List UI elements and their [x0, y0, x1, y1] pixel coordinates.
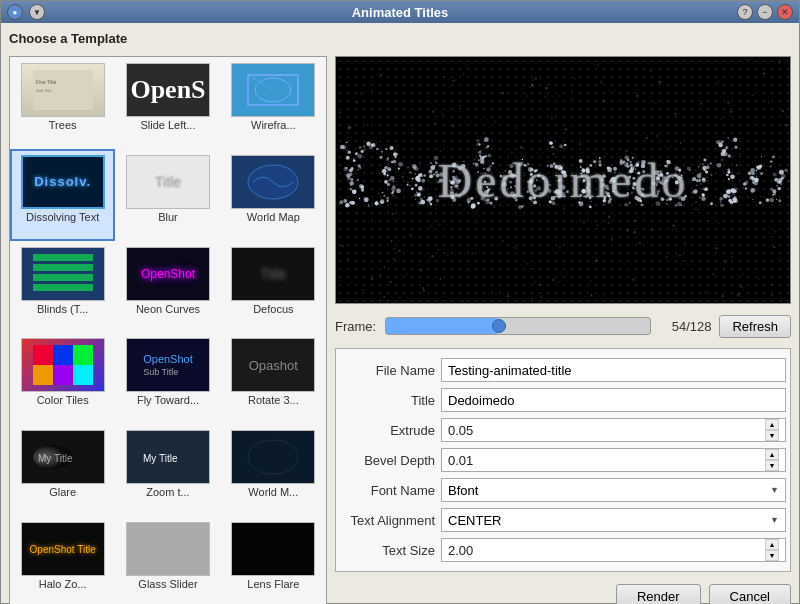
template-item-rotate3[interactable]: OpashotRotate 3...	[221, 332, 326, 424]
titlebar: ● ▼ Animated Titles ? − ✕	[1, 1, 799, 23]
template-thumb-trees: Fine TitleSub Title	[21, 63, 105, 117]
template-item-halozo[interactable]: OpenShot TitleHalo Zo...	[10, 516, 115, 604]
preview-area: Dedoimedo	[335, 56, 791, 304]
extrude-arrows: ▲ ▼	[765, 419, 779, 441]
template-thumb-blinds	[21, 247, 105, 301]
extrude-value: 0.05	[448, 423, 473, 438]
template-item-slideleft[interactable]: OpenSSlide Left...	[115, 57, 220, 149]
svg-text:My Title: My Title	[38, 453, 73, 464]
template-item-glassslider[interactable]: Glass Slider	[115, 516, 220, 604]
bevel-depth-label: Bevel Depth	[340, 453, 435, 468]
template-panel: Fine TitleSub TitleTreesOpenSSlide Left.…	[9, 56, 327, 604]
extrude-spinner: 0.05 ▲ ▼	[441, 418, 786, 442]
template-item-worldmap[interactable]: World Map	[221, 149, 326, 241]
preview-text: Dedoimedo	[438, 153, 689, 208]
template-thumb-rotate3: Opashot	[231, 338, 315, 392]
template-name-halozo: Halo Zo...	[18, 578, 108, 590]
template-item-neon[interactable]: OpenShotNeon Curves	[115, 241, 220, 333]
file-name-input[interactable]	[441, 358, 786, 382]
svg-text:Sub Title: Sub Title	[36, 88, 52, 93]
template-name-rotate3: Rotate 3...	[228, 394, 318, 406]
svg-rect-12	[53, 345, 73, 365]
title-row: Title	[340, 387, 786, 413]
template-thumb-defocus: Title	[231, 247, 315, 301]
titlebar-title: Animated Titles	[1, 5, 799, 20]
extrude-row: Extrude 0.05 ▲ ▼	[340, 417, 786, 443]
text-size-spinner: 2.00 ▲ ▼	[441, 538, 786, 562]
template-item-colortiles[interactable]: Color Tiles	[10, 332, 115, 424]
svg-rect-7	[33, 254, 93, 261]
svg-rect-13	[73, 345, 93, 365]
extrude-up[interactable]: ▲	[765, 419, 779, 430]
template-item-blinds[interactable]: Blinds (T...	[10, 241, 115, 333]
template-item-flytoward[interactable]: OpenShotSub TitleFly Toward...	[115, 332, 220, 424]
svg-rect-10	[33, 284, 93, 291]
template-item-defocus[interactable]: TitleDefocus	[221, 241, 326, 333]
refresh-button[interactable]: Refresh	[719, 315, 791, 338]
titlebar-left: ● ▼	[7, 4, 45, 20]
text-size-label: Text Size	[340, 543, 435, 558]
svg-rect-9	[33, 274, 93, 281]
title-label: Title	[340, 393, 435, 408]
svg-rect-8	[33, 264, 93, 271]
bevel-depth-down[interactable]: ▼	[765, 460, 779, 471]
template-item-lensflare[interactable]: Lens Flare	[221, 516, 326, 604]
right-panel: Dedoimedo Frame: 54/128 Refresh File Nam…	[335, 56, 791, 604]
text-size-up[interactable]: ▲	[765, 539, 779, 550]
template-item-dissolving[interactable]: Dissolv.Dissolving Text	[10, 149, 115, 241]
template-thumb-halozo: OpenShot Title	[21, 522, 105, 576]
template-item-wireframe[interactable]: Wirefra...	[221, 57, 326, 149]
template-name-slideleft: Slide Left...	[123, 119, 213, 131]
template-name-worldmap: World Map	[228, 211, 318, 223]
template-item-blur[interactable]: TitleBlur	[115, 149, 220, 241]
template-item-trees[interactable]: Fine TitleSub TitleTrees	[10, 57, 115, 149]
template-item-glare[interactable]: My TitleGlare	[10, 424, 115, 516]
font-name-label: Font Name	[340, 483, 435, 498]
template-name-defocus: Defocus	[228, 303, 318, 315]
bevel-depth-up[interactable]: ▲	[765, 449, 779, 460]
template-thumb-colortiles	[21, 338, 105, 392]
template-thumb-flytoward: OpenShotSub Title	[126, 338, 210, 392]
font-name-arrow: ▼	[770, 485, 779, 495]
text-alignment-arrow: ▼	[770, 515, 779, 525]
frame-count: 54/128	[659, 319, 711, 334]
svg-text:My Title: My Title	[143, 453, 178, 464]
font-name-select[interactable]: Bfont ▼	[441, 478, 786, 502]
template-thumb-glassslider	[126, 522, 210, 576]
svg-rect-16	[73, 365, 93, 385]
text-alignment-row: Text Alignment CENTER ▼	[340, 507, 786, 533]
extrude-label: Extrude	[340, 423, 435, 438]
template-thumb-blur: Title	[126, 155, 210, 209]
extrude-down[interactable]: ▼	[765, 430, 779, 441]
frame-label: Frame:	[335, 319, 377, 334]
bevel-depth-value: 0.01	[448, 453, 473, 468]
template-item-worldm[interactable]: World M...	[221, 424, 326, 516]
choose-label: Choose a Template	[9, 31, 791, 46]
render-button[interactable]: Render	[616, 584, 701, 604]
title-input[interactable]	[441, 388, 786, 412]
template-thumb-worldmap	[231, 155, 315, 209]
template-item-zoomt[interactable]: My TitleZoom t...	[115, 424, 220, 516]
template-name-flytoward: Fly Toward...	[123, 394, 213, 406]
file-name-row: File Name	[340, 357, 786, 383]
cancel-button[interactable]: Cancel	[709, 584, 791, 604]
frame-slider[interactable]	[385, 317, 651, 335]
help-button[interactable]: ?	[737, 4, 753, 20]
template-thumb-dissolving: Dissolv.	[21, 155, 105, 209]
template-thumb-glare: My Title	[21, 430, 105, 484]
svg-line-5	[248, 75, 273, 90]
menu-icon: ▼	[29, 4, 45, 20]
template-grid: Fine TitleSub TitleTreesOpenSSlide Left.…	[10, 57, 326, 604]
template-name-neon: Neon Curves	[123, 303, 213, 315]
minimize-button[interactable]: −	[757, 4, 773, 20]
window-body: Choose a Template Fine TitleSub TitleTre…	[1, 23, 799, 604]
font-name-row: Font Name Bfont ▼	[340, 477, 786, 503]
close-button[interactable]: ✕	[777, 4, 793, 20]
template-thumb-neon: OpenShot	[126, 247, 210, 301]
template-name-blur: Blur	[123, 211, 213, 223]
text-alignment-select[interactable]: CENTER ▼	[441, 508, 786, 532]
text-size-down[interactable]: ▼	[765, 550, 779, 561]
template-name-glare: Glare	[18, 486, 108, 498]
template-name-blinds: Blinds (T...	[18, 303, 108, 315]
template-name-wireframe: Wirefra...	[228, 119, 318, 131]
